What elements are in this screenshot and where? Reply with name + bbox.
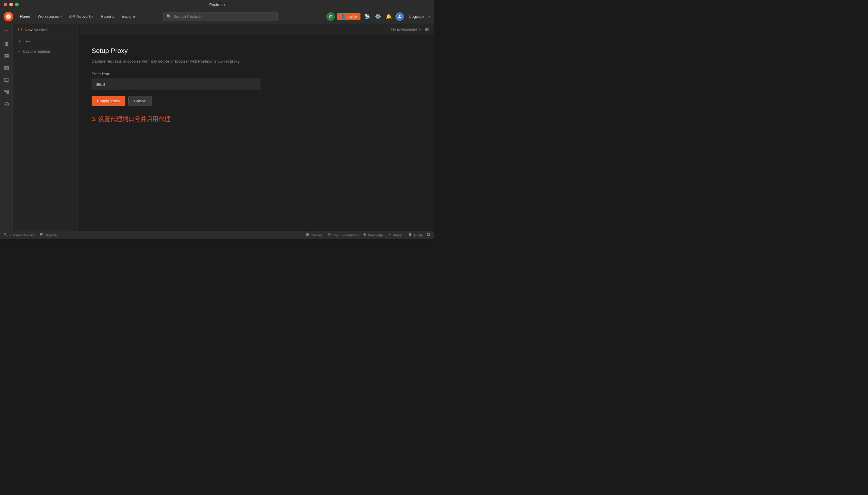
find-replace-label: Find and Replace (9, 233, 35, 237)
port-input[interactable] (92, 79, 260, 90)
bootcamp-label: Bootcamp (368, 233, 383, 237)
api-network-chevron-icon: ▾ (92, 15, 94, 18)
sidebar-item-flows[interactable] (1, 87, 12, 98)
layout-icon (427, 233, 430, 237)
search-placeholder: Search Postman (174, 14, 202, 19)
status-layout[interactable] (427, 233, 430, 237)
main-content: Setup Proxy Capture requests or cookies … (80, 35, 434, 231)
status-cookies[interactable]: Cookies (306, 233, 323, 237)
sidebar-item-collections[interactable] (1, 27, 12, 37)
tab-add-button[interactable]: + (16, 38, 23, 45)
status-capture[interactable]: Capture requests (327, 233, 358, 237)
annotation-text: 3. 设置代理端口号并启用代理 (92, 115, 273, 123)
env-selector-label: No Environment (391, 28, 417, 32)
content-sidebar: New Session + ••• ← Capture requests (13, 24, 80, 231)
bootcamp-icon (363, 233, 366, 237)
status-runner[interactable]: Runner (388, 233, 404, 237)
find-replace-icon (4, 233, 7, 237)
capture-requests-label: Capture requests (332, 233, 358, 237)
proxy-form: Setup Proxy Capture requests or cookies … (92, 47, 273, 123)
notifications-icon[interactable]: 🔔 (384, 12, 393, 21)
proxy-description: Capture requests or cookies from any dev… (92, 58, 273, 65)
nav-workspaces[interactable]: Workspaces ▾ (35, 12, 65, 20)
avatar[interactable] (395, 12, 404, 21)
satellite-icon[interactable]: 📡 (363, 12, 371, 21)
nav-reports[interactable]: Reports (98, 12, 117, 20)
workspaces-chevron-icon: ▾ (60, 15, 62, 18)
title-bar: Postman (0, 0, 434, 9)
upgrade-chevron-icon[interactable]: ▾ (429, 15, 430, 18)
button-row: Enable proxy Cancel (92, 96, 273, 106)
session-title: New Session (25, 28, 48, 32)
navbar-right: 👤 Invite 📡 ⚙️ 🔔 Upgrade ▾ (326, 12, 430, 21)
runner-icon (388, 233, 391, 237)
cancel-button[interactable]: Cancel (128, 96, 152, 106)
window-controls[interactable] (4, 3, 19, 6)
sidebar-item-apis[interactable] (1, 38, 12, 49)
status-bar: Find and Replace Console Cookies (0, 231, 434, 239)
console-label: Console (45, 233, 57, 237)
app-title: Postman (209, 2, 225, 7)
trash-label: Trash (413, 233, 422, 237)
sidebar-item-environments[interactable] (1, 51, 12, 62)
close-button[interactable] (4, 3, 7, 6)
back-arrow-icon: ← (17, 49, 21, 54)
capture-icon (327, 233, 331, 237)
sidebar-item-history[interactable] (1, 99, 12, 109)
nav-home[interactable]: Home (17, 12, 33, 20)
env-eye-button[interactable] (423, 26, 430, 33)
status-trash[interactable]: Trash (408, 233, 422, 237)
session-header: New Session (13, 24, 79, 36)
upgrade-button[interactable]: Upgrade (406, 13, 426, 20)
search-icon: 🔍 (166, 14, 171, 19)
status-bootcamp[interactable]: Bootcamp (363, 233, 383, 237)
proxy-title: Setup Proxy (92, 47, 273, 55)
navbar: Home Workspaces ▾ API Network ▾ Reports … (0, 9, 434, 24)
nav-api-network[interactable]: API Network ▾ (66, 12, 96, 20)
sidebar-item-monitors[interactable] (1, 75, 12, 86)
search-bar[interactable]: 🔍 Search Postman (163, 12, 278, 21)
port-label: Enter Port (92, 72, 273, 76)
minimize-button[interactable] (9, 3, 13, 6)
icon-sidebar (0, 24, 13, 231)
nav-explore[interactable]: Explore (119, 12, 138, 20)
capture-back-link[interactable]: ← Capture requests (13, 47, 79, 56)
content-top-bar: No Environment ▾ (80, 24, 434, 35)
cookies-icon (306, 233, 309, 237)
content-area-row: New Session + ••• ← Capture requests No … (0, 24, 434, 231)
status-console[interactable]: Console (39, 233, 57, 237)
session-icon (17, 27, 22, 33)
tab-more-button[interactable]: ••• (24, 38, 31, 45)
trash-icon (408, 233, 412, 237)
runner-label: Runner (393, 233, 404, 237)
cookies-label: Cookies (311, 233, 323, 237)
tab-bar: + ••• (13, 36, 79, 47)
maximize-button[interactable] (15, 3, 19, 6)
sidebar-item-mock[interactable] (1, 63, 12, 73)
right-panel: No Environment ▾ Setup Proxy Capture req… (80, 24, 434, 231)
env-chevron-icon: ▾ (419, 28, 421, 32)
invite-icon: 👤 (341, 14, 346, 19)
settings-icon[interactable]: ⚙️ (374, 12, 382, 21)
app-logo (4, 12, 13, 21)
invite-button[interactable]: 👤 Invite (337, 13, 360, 20)
content-wrapper: New Session + ••• ← Capture requests No … (0, 24, 434, 239)
enable-proxy-button[interactable]: Enable proxy (92, 96, 125, 106)
console-icon (39, 233, 43, 237)
env-selector[interactable]: No Environment ▾ (389, 26, 423, 33)
sync-icon[interactable] (326, 12, 335, 21)
status-find-replace[interactable]: Find and Replace (4, 233, 35, 237)
